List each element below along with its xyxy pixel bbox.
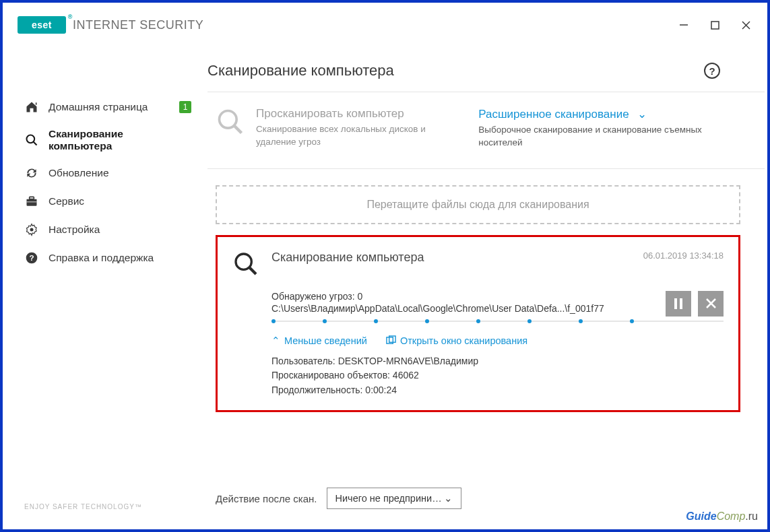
titlebar: eset ® INTERNET SECURITY — [5, 5, 765, 44]
sidebar-item-help[interactable]: ? Справка и поддержка — [5, 244, 207, 272]
tagline: ENJOY SAFER TECHNOLOGY™ — [24, 503, 142, 510]
minimize-icon — [679, 20, 688, 30]
open-scan-window-link[interactable]: Открыть окно сканирования — [386, 335, 527, 346]
badge-count: 1 — [179, 101, 191, 113]
sidebar-item-label: Обновление — [49, 167, 109, 179]
refresh-icon — [24, 166, 39, 180]
chevron-down-icon: ⌄ — [637, 107, 647, 121]
svg-line-5 — [34, 142, 37, 145]
svg-text:?: ? — [29, 253, 34, 262]
sidebar-item-update[interactable]: Обновление — [5, 159, 207, 187]
question-circle-icon: ? — [24, 251, 39, 265]
sidebar-item-settings[interactable]: Настройка — [5, 215, 207, 244]
sidebar-item-label: Настройка — [49, 224, 100, 236]
svg-point-12 — [220, 111, 237, 129]
svg-rect-6 — [27, 199, 37, 206]
close-icon — [742, 21, 750, 30]
scan-progress — [271, 319, 724, 323]
window-controls — [677, 18, 752, 32]
svg-point-9 — [30, 228, 34, 232]
current-scan-path: C:\Users\Владимир\AppData\Local\Google\C… — [271, 303, 724, 314]
stop-scan-button[interactable] — [698, 291, 724, 317]
sidebar: Домашняя страница 1 Сканирование компьют… — [5, 44, 207, 527]
sidebar-item-label: Домашняя страница — [49, 101, 148, 113]
briefcase-icon — [24, 194, 39, 209]
svg-point-4 — [27, 135, 35, 143]
registered-mark: ® — [68, 13, 73, 20]
logo-text: eset — [32, 20, 52, 30]
threats-found: Обнаружено угроз: 0 — [271, 291, 724, 302]
dropdown-value: Ничего не предприни… — [335, 493, 442, 504]
help-glyph: ? — [709, 65, 715, 77]
help-button[interactable]: ? — [704, 63, 720, 79]
maximize-icon — [711, 21, 719, 30]
chevron-down-icon: ⌄ — [444, 493, 453, 504]
scan-options: Просканировать компьютер Сканирование вс… — [207, 92, 765, 169]
sidebar-badge: 1 — [179, 101, 191, 113]
sidebar-item-tools[interactable]: Сервис — [5, 187, 207, 215]
stop-icon — [706, 298, 716, 308]
logo-block: eset ® INTERNET SECURITY — [18, 16, 203, 34]
watermark: GuideComp.ru — [686, 510, 758, 523]
page-title: Сканирование компьютера — [207, 62, 394, 79]
drop-zone-text: Перетащите файлы сюда для сканирования — [366, 199, 589, 210]
search-icon — [24, 133, 39, 147]
magnifier-icon — [216, 107, 245, 149]
sidebar-item-label: Справка и поддержка — [49, 252, 154, 264]
pause-icon — [674, 298, 683, 309]
product-name: INTERNET SECURITY — [73, 18, 203, 32]
post-scan-action-label: Действие после скан. — [216, 493, 317, 504]
pause-scan-button[interactable] — [666, 291, 691, 317]
scan-card-title: Сканирование компьютера — [271, 251, 424, 265]
scan-card-icon — [232, 251, 259, 277]
svg-line-15 — [249, 267, 256, 274]
scan-option-subtitle: Сканирование всех локальных дисков и уда… — [256, 123, 465, 149]
chevron-up-icon: ⌃ — [271, 335, 280, 346]
svg-rect-7 — [30, 197, 34, 199]
scan-duration: Продолжительность: 0:00:24 — [271, 383, 724, 398]
less-details-link[interactable]: ⌃ Меньше сведений — [271, 335, 367, 346]
scan-timestamp: 06.01.2019 13:34:18 — [643, 251, 724, 261]
sidebar-item-home[interactable]: Домашняя страница 1 — [5, 93, 207, 121]
scan-option-title: Просканировать компьютер — [256, 107, 465, 121]
post-scan-action-dropdown[interactable]: Ничего не предприни… ⌄ — [327, 488, 461, 509]
main-panel: Сканирование компьютера ? Просканировать… — [207, 44, 765, 527]
sidebar-item-label: Сканирование компьютера — [49, 128, 150, 152]
advanced-scan-title[interactable]: Расширенное сканирование ⌄ — [478, 107, 740, 121]
svg-line-13 — [234, 126, 242, 133]
advanced-scan-subtitle: Выборочное сканирование и сканирование с… — [478, 124, 740, 149]
home-icon — [24, 100, 39, 114]
svg-point-14 — [236, 254, 251, 269]
svg-rect-1 — [711, 22, 719, 29]
scan-progress-card: Сканирование компьютера 06.01.2019 13:34… — [216, 235, 740, 412]
gear-icon — [24, 222, 39, 237]
sidebar-item-scan[interactable]: Сканирование компьютера — [5, 121, 207, 159]
main-header: Сканирование компьютера ? — [207, 44, 765, 92]
close-button[interactable] — [739, 18, 752, 32]
scan-details: Пользователь: DESKTOP-MRN6AVE\Владимир П… — [271, 354, 724, 398]
scan-computer-option[interactable]: Просканировать компьютер Сканирование вс… — [216, 107, 465, 149]
minimize-button[interactable] — [677, 18, 691, 32]
svg-rect-18 — [674, 298, 677, 309]
scanned-objects: Просканировано объектов: 46062 — [271, 368, 724, 383]
scan-user: Пользователь: DESKTOP-MRN6AVE\Владимир — [271, 354, 724, 369]
eset-logo: eset ® — [18, 16, 66, 34]
drop-zone[interactable]: Перетащите файлы сюда для сканирования — [216, 185, 740, 224]
sidebar-item-label: Сервис — [49, 195, 84, 207]
scan-footer: Действие после скан. Ничего не предприни… — [207, 474, 765, 527]
maximize-button[interactable] — [708, 18, 721, 32]
advanced-scan-option[interactable]: Расширенное сканирование ⌄ Выборочное ск… — [478, 107, 740, 149]
window-icon — [386, 335, 396, 345]
svg-rect-19 — [680, 298, 682, 309]
